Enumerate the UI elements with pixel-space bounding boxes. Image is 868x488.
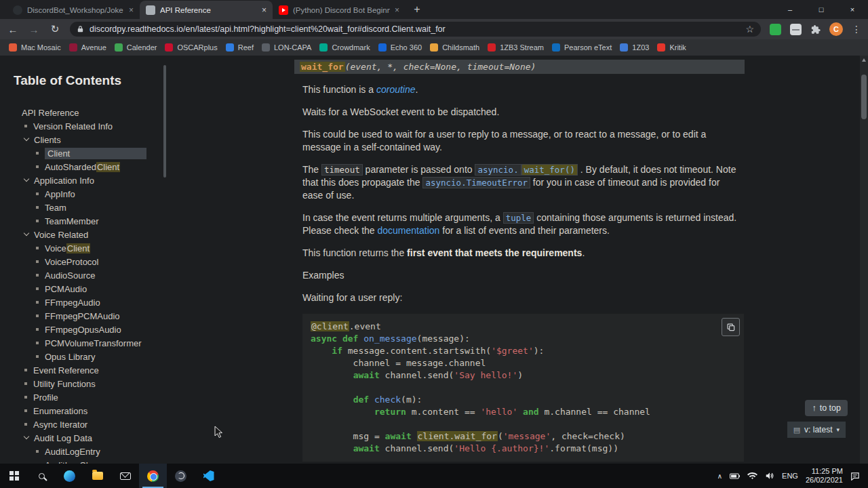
bullet-icon	[36, 355, 39, 358]
sidebar-item[interactable]: Voice Related	[14, 228, 170, 241]
sidebar-item[interactable]: PCMVolumeTransformer	[14, 336, 170, 350]
back-icon[interactable]: ←	[7, 24, 19, 35]
sidebar-item[interactable]: FFmpegPCMAudio	[14, 309, 170, 323]
bookmark-item[interactable]: OSCARplus	[161, 42, 220, 53]
address-bar[interactable]: discordpy.readthedocs.io/en/latest/api.h…	[70, 22, 761, 37]
sidebar-item[interactable]: AppInfo	[14, 187, 170, 201]
bookmark-item[interactable]: Avenue	[66, 42, 110, 53]
sidebar-item[interactable]: AuditLogChanges	[14, 458, 170, 464]
url-text: discordpy.readthedocs.io/en/latest/api.h…	[90, 24, 740, 34]
taskbar-app-chrome[interactable]	[139, 464, 167, 488]
browser-tab[interactable]: DiscordBot_Workshop/Joke Bot×	[7, 1, 140, 19]
bullet-icon	[36, 314, 39, 317]
bookmark-item[interactable]: Pearson eText	[549, 42, 615, 53]
profile-avatar[interactable]: C	[829, 22, 843, 36]
sidebar-item[interactable]: API Reference	[14, 106, 170, 119]
chevron-down-icon[interactable]	[24, 434, 29, 439]
sidebar-item[interactable]: Event Reference	[14, 363, 170, 377]
bookmark-item[interactable]: Crowdmark	[316, 42, 373, 53]
inline-link[interactable]: asyncio.TimeoutError	[422, 177, 530, 188]
bookmark-item[interactable]: Calender	[111, 42, 161, 53]
wifi-icon[interactable]	[747, 472, 757, 480]
browser-tab[interactable]: API Reference×	[140, 1, 273, 19]
scrollbar-thumb[interactable]	[861, 75, 867, 119]
hidden-icons-chevron[interactable]: ∧	[717, 472, 722, 480]
text: Version Related Info	[33, 121, 113, 131]
taskbar-app-start[interactable]	[0, 464, 28, 488]
inline-link[interactable]: documentation	[378, 225, 440, 236]
sidebar-item[interactable]: Audit Log Data	[14, 431, 170, 445]
inline-link[interactable]: asyncio.	[475, 164, 521, 176]
chevron-down-icon[interactable]	[24, 136, 29, 141]
copy-button[interactable]	[722, 318, 740, 336]
sidebar-item[interactable]: VoiceClient	[14, 241, 170, 255]
chevron-down-icon[interactable]	[24, 230, 29, 236]
language-indicator[interactable]: ENG	[782, 472, 798, 480]
sidebar-item[interactable]: Team	[14, 201, 170, 214]
extension-icon-notes[interactable]	[790, 24, 802, 35]
extension-icon-green[interactable]	[770, 24, 781, 35]
back-to-top-button[interactable]: ↑ to top	[805, 400, 848, 416]
inline-link[interactable]: wait_for()	[521, 164, 578, 176]
bookmark-item[interactable]: Kritik	[654, 42, 689, 53]
tab-close-icon[interactable]: ×	[395, 5, 399, 15]
bookmark-item[interactable]: 1Z03	[616, 42, 652, 53]
taskbar-app-mail[interactable]	[111, 464, 139, 488]
sidebar-item[interactable]: Enumerations	[14, 404, 170, 418]
close-button[interactable]: ×	[837, 0, 868, 19]
taskbar-app-search[interactable]	[28, 464, 56, 488]
tab-close-icon[interactable]: ×	[262, 5, 267, 15]
forward-icon[interactable]: →	[28, 24, 40, 35]
taskbar-app-vscode[interactable]	[195, 464, 222, 488]
bookmark-item[interactable]: Reef	[222, 42, 257, 53]
battery-icon[interactable]	[730, 473, 740, 479]
sidebar-item[interactable]: AuditLogEntry	[14, 445, 170, 458]
sidebar-item[interactable]: AudioSource	[14, 268, 170, 282]
bookmark-item[interactable]: 1ZB3 Stream	[484, 42, 547, 53]
refresh-icon[interactable]: ↻	[49, 23, 61, 35]
bookmark-item[interactable]: Childsmath	[427, 42, 483, 53]
text: Client	[66, 243, 90, 253]
taskbar-app-edge[interactable]	[56, 464, 83, 488]
sidebar-item[interactable]: VoiceProtocol	[14, 255, 170, 268]
taskbar-clock[interactable]: 11:25 PM 26/02/2021	[806, 467, 843, 485]
sidebar-item[interactable]: TeamMember	[14, 214, 170, 228]
sidebar-item[interactable]: Application Info	[14, 174, 170, 187]
tab-close-icon[interactable]: ×	[129, 5, 134, 15]
scroll-up-icon[interactable]	[862, 58, 866, 62]
action-center-icon[interactable]	[850, 472, 860, 481]
sidebar-item[interactable]: AutoShardedClient	[14, 160, 170, 174]
sidebar-item[interactable]: Async Iterator	[14, 418, 170, 431]
sidebar-item-label: AuditLogEntry	[45, 447, 100, 457]
new-tab-button[interactable]: +	[408, 1, 426, 18]
sidebar-item[interactable]: PCMAudio	[14, 282, 170, 296]
version-flyout[interactable]: ▤ v: latest ▾	[787, 422, 846, 438]
inline-link[interactable]: coroutine	[376, 84, 416, 95]
sidebar-item[interactable]: FFmpegOpusAudio	[14, 323, 170, 336]
taskbar-app-explorer[interactable]	[83, 464, 111, 488]
bookmark-label: Mac Mosaic	[21, 43, 61, 52]
sidebar-scrollbar[interactable]	[163, 65, 166, 178]
sidebar-item[interactable]: Profile	[14, 390, 170, 404]
window-scrollbar[interactable]	[860, 56, 868, 464]
sidebar-item[interactable]: Opus Library	[14, 350, 170, 363]
sidebar-item[interactable]: Client	[14, 146, 170, 160]
browser-tab[interactable]: (Python) Discord Bot Beginner Tu...×	[273, 1, 406, 19]
code-token: (	[498, 431, 503, 441]
minimize-button[interactable]: –	[774, 0, 806, 19]
maximize-button[interactable]: □	[806, 0, 837, 19]
sidebar-item[interactable]: Utility Functions	[14, 377, 170, 390]
bookmark-star-icon[interactable]: ☆	[745, 24, 754, 35]
bookmark-item[interactable]: Echo 360	[375, 42, 425, 53]
sidebar-item[interactable]: Version Related Info	[14, 119, 170, 133]
browser-menu-icon[interactable]: ⋮	[852, 24, 861, 35]
chevron-down-icon[interactable]	[24, 176, 29, 182]
sidebar-item[interactable]: Clients	[14, 133, 170, 146]
inline-link[interactable]: tuple	[503, 212, 534, 224]
taskbar-app-obs[interactable]	[167, 464, 195, 488]
volume-icon[interactable]	[765, 472, 774, 480]
extensions-puzzle-icon[interactable]	[810, 24, 821, 35]
sidebar-item[interactable]: FFmpegAudio	[14, 296, 170, 309]
bookmark-item[interactable]: Mac Mosaic	[5, 42, 64, 53]
bookmark-item[interactable]: LON-CAPA	[258, 42, 315, 53]
